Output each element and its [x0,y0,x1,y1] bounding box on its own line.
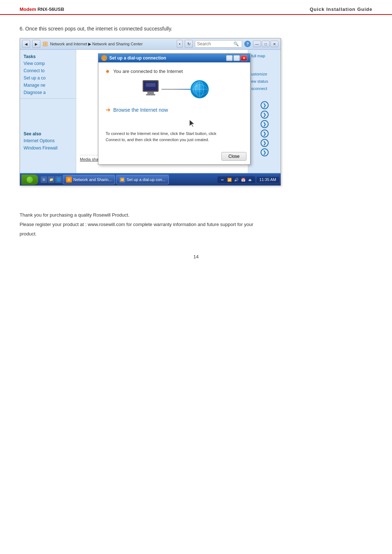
right-panel-fullmap[interactable]: full map [250,53,279,59]
monitor-base [146,94,155,95]
connection-visual [106,80,243,98]
systray-icon-4: 📅 [240,177,246,182]
sidebar-divider [20,98,76,99]
right-panel-sconnect[interactable]: sconnect [250,85,279,92]
systray-vol-icon: 🔊 [233,177,239,182]
breadcrumb: Network and Internet ▶ Network and Shari… [50,42,143,46]
collapse-btn-3[interactable]: ❯ [261,120,269,128]
model-label: RNX-56USB [37,7,64,12]
start-button[interactable] [21,175,38,185]
connected-row: ● You are connected to the Internet [106,67,243,75]
sidebar-item-internet-options[interactable]: Internet Options [20,137,76,144]
cursor-icon [142,119,243,128]
dialog-note: To connect to the Internet next time, cl… [106,131,243,143]
dropdown-btn[interactable]: ▾ [177,40,183,48]
connected-text: You are connected to the Internet [113,69,183,74]
taskbar-btn-dialup-icon: 📶 [119,177,125,182]
taskbar: ⊞ 📁 🌐 ⊞ Network and Sharin... 📶 Set up a… [20,173,281,185]
systray-icon-1: ▪▪ [220,177,225,182]
monitor [143,80,159,92]
sidebar-item-viewcomp[interactable]: View comp [20,60,76,67]
svg-rect-1 [146,83,155,87]
note-line1: To connect to the Internet next time, cl… [106,131,216,136]
win-screenshot: ◀ ▶ ⊞ Network and Internet ▶ Network and… [20,38,281,186]
collapse-btn-2[interactable]: ❯ [261,111,269,119]
bc-part2: Network and Sharing Center [92,42,143,46]
monitor-display [145,82,156,90]
dialog-title-left: 🔗 Set up a dial-up connection [101,55,166,61]
note-line2: Connect to, and then click the connectio… [106,138,209,142]
see-also-title: See also [20,130,76,137]
right-panel-ewstatus[interactable]: ew status [250,78,279,85]
taskbar-btn-network[interactable]: ⊞ Network and Sharin... [63,175,115,184]
search-input[interactable] [197,41,233,46]
sidebar-item-connect[interactable]: Connect to [20,67,76,74]
sidebar-item-manage[interactable]: Manage ne [20,82,76,89]
dialog-close[interactable]: ✕ [241,55,247,61]
close-dialog-button[interactable]: Close [221,152,246,161]
win-sidebar: Tasks View comp Connect to Set up a co M… [20,50,76,173]
ql-icon-2[interactable]: 📁 [48,176,54,183]
taskbar-btn-network-icon: ⊞ [66,177,72,182]
taskbar-btn-network-label: Network and Sharin... [73,177,112,182]
footer-line1: Thank you for purchasing a quality Rosew… [20,211,372,219]
page-footer: Thank you for purchasing a quality Rosew… [0,197,392,250]
minimize-button[interactable]: — [253,41,261,47]
footer-line2: Please register your product at : www.ro… [20,221,372,229]
dialog-titlebar: 🔗 Set up a dial-up connection — □ ✕ [98,54,250,62]
globe-icon [191,80,209,98]
sidebar-item-setup[interactable]: Set up a co [20,74,76,82]
page-header: Modem RNX-56USB Quick Installation Guide [0,0,392,15]
dialog-maximize[interactable]: □ [233,55,240,61]
browse-link[interactable]: Browse the Internet now [113,107,168,113]
help-button[interactable]: ? [244,41,251,47]
right-panel-customize[interactable]: ustomize [250,71,279,77]
footer-line3: product. [20,230,372,238]
instruction-text: 6. Once this screen pops out, the intern… [20,26,372,32]
sidebar-item-windows-firewall[interactable]: Windows Firewall [20,144,76,152]
dialog-controls: — □ ✕ [226,55,247,61]
dialog-title-text: Set up a dial-up connection [109,56,166,61]
start-orb [26,176,33,183]
titlebar-right: ▾ ↻ 🔍 ? — □ ✕ [177,40,278,48]
taskbar-btn-dialup[interactable]: 📶 Set up a dial-up con... [116,175,169,184]
bc-part1: Network and Internet [50,42,87,46]
collapse-btn-5[interactable]: ❯ [261,139,269,147]
connected-icon: ● [106,67,110,75]
ql-icon-1[interactable]: ⊞ [41,176,47,183]
header-right: Quick Installation Guide [310,7,372,12]
page-content: 6. Once this screen pops out, the intern… [0,15,392,197]
close-button[interactable]: ✕ [270,41,278,47]
win-main: 🔗 Set up a dial-up connection — □ ✕ ● [76,50,248,173]
modem-label: Modem [20,7,36,12]
ql-icon-3[interactable]: 🌐 [55,176,62,183]
dialog-body: ● You are connected to the Internet [98,62,250,150]
systray-network-icon: 📶 [226,177,232,182]
header-left: Modem RNX-56USB [20,7,64,12]
collapse-btn-1[interactable]: ❯ [261,101,269,109]
win-body: Tasks View comp Connect to Set up a co M… [20,50,281,173]
bc-sep: ▶ [88,42,92,46]
refresh-btn[interactable]: ↻ [185,40,193,48]
maximize-button[interactable]: □ [262,41,270,47]
systray: ▪▪ 📶 🔊 📅 ⏏ [217,176,255,183]
right-panel: full map ustomize ew status sconnect ❯ ❯… [248,50,281,173]
tasks-title: Tasks [20,53,76,60]
dialog-minimize[interactable]: — [226,55,233,61]
taskbar-right: ▪▪ 📶 🔊 📅 ⏏ 11:35 AM [217,176,279,183]
search-icon[interactable]: 🔍 [233,41,239,46]
sidebar-item-diagnose[interactable]: Diagnose a [20,89,76,96]
dialog-icon: 🔗 [101,55,107,61]
back-button[interactable]: ◀ [22,40,30,48]
network-icon: ⊞ [42,40,48,48]
quick-launch: ⊞ 📁 🌐 [41,176,62,183]
collapse-btn-4[interactable]: ❯ [261,130,269,138]
collapse-btn-6[interactable]: ❯ [261,148,269,156]
forward-button[interactable]: ▶ [32,40,40,48]
dialog-footer: Close [98,150,250,164]
window-controls: — □ ✕ [253,41,278,47]
systray-icon-5: ⏏ [247,177,253,182]
connection-line [162,89,191,90]
search-bar: 🔍 [195,40,242,48]
browse-link-row: ➔ Browse the Internet now [106,104,243,115]
